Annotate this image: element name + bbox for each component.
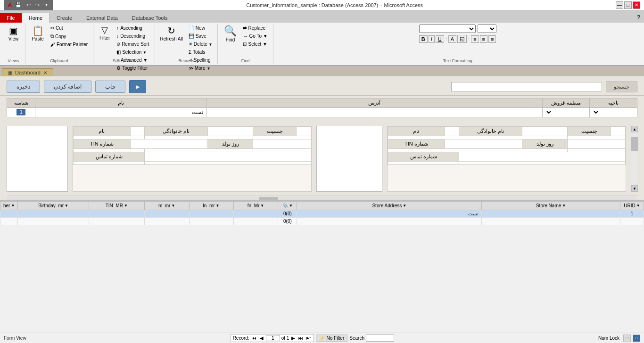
search-button[interactable]: جستجو xyxy=(606,82,637,92)
phone-input-right[interactable] xyxy=(388,162,459,165)
format-painter-button[interactable]: 🖌 Format Painter xyxy=(48,41,90,48)
search-input[interactable] xyxy=(451,82,602,91)
h-scroll-thumb[interactable] xyxy=(259,197,278,200)
help-icon[interactable]: ? xyxy=(633,12,644,23)
underline-button[interactable]: U xyxy=(436,35,444,43)
category-select[interactable] xyxy=(593,109,634,115)
birthday-dropdown-icon[interactable]: ▼ xyxy=(65,204,68,208)
dashboard-tab[interactable]: ▦ Dashboard ✕ xyxy=(2,68,53,76)
v-scroll-down[interactable]: ▼ xyxy=(631,185,638,192)
gender-value-left[interactable] xyxy=(297,127,311,136)
extra-right[interactable] xyxy=(568,149,626,152)
tab-home[interactable]: Home xyxy=(22,13,50,24)
birthday-input-right[interactable] xyxy=(459,149,568,152)
name-input-left[interactable] xyxy=(74,136,145,139)
save-quick[interactable]: 💾 xyxy=(14,1,23,8)
cut-button[interactable]: ✂ Cut xyxy=(48,24,90,32)
goto-button[interactable]: → Go To ▼ xyxy=(240,33,270,40)
tin-value-right[interactable] xyxy=(445,139,522,149)
store-addr-dropdown-icon[interactable]: ▼ xyxy=(403,204,406,208)
find-button[interactable]: 🔍 Find xyxy=(221,24,239,44)
tin-input-left[interactable] xyxy=(74,149,145,152)
tin-value-left[interactable] xyxy=(130,139,208,149)
family-input-right[interactable] xyxy=(459,136,568,139)
col-urid[interactable]: URID ▼ xyxy=(620,202,644,210)
replace-button[interactable]: ⇄ Replace xyxy=(240,24,270,32)
view-button[interactable]: ▣ View xyxy=(5,24,22,43)
delete-action-button[interactable]: ذخیره xyxy=(7,81,40,93)
tin-dropdown-icon[interactable]: ▼ xyxy=(124,204,128,208)
font-color-button[interactable]: A xyxy=(448,35,456,43)
ber-dropdown-icon[interactable]: ▼ xyxy=(11,204,15,208)
tab-create[interactable]: Create xyxy=(50,13,79,23)
col-mmr[interactable]: m_mr ▼ xyxy=(144,202,189,210)
more-button[interactable]: ≫ More ▼ xyxy=(186,65,215,72)
tab-external[interactable]: External Data xyxy=(79,13,125,23)
col-fnmr[interactable]: fn_Mr ▼ xyxy=(233,202,278,210)
birthday-value-right[interactable] xyxy=(568,139,626,149)
data-row-2[interactable]: 0(0) xyxy=(0,218,644,225)
print-action-button[interactable]: چاپ xyxy=(95,81,125,93)
arrow-action-button[interactable]: ► xyxy=(129,80,146,93)
select-button[interactable]: ⊡ Select ▼ xyxy=(240,41,270,48)
v-scroll-thumb[interactable] xyxy=(631,137,638,151)
family-value-left[interactable] xyxy=(208,127,253,136)
tab-file[interactable]: File xyxy=(0,13,22,23)
birthday-input-left[interactable] xyxy=(145,149,253,152)
phone-extra-left[interactable] xyxy=(145,162,311,165)
redo-quick[interactable]: ↪ xyxy=(34,1,41,8)
attach-dropdown-icon[interactable]: ▼ xyxy=(289,204,293,208)
highlight-button[interactable]: ◱ xyxy=(457,35,467,43)
family-input-left[interactable] xyxy=(145,136,253,139)
add-action-button[interactable]: اضافه کردن xyxy=(44,81,91,93)
filter-button[interactable]: ▽ Filter xyxy=(96,24,113,42)
col-lnmr[interactable]: ln_mr ▼ xyxy=(189,202,233,210)
new-record-button[interactable]: 📄 New xyxy=(186,24,215,32)
data-row-1[interactable]: 0(0) تست 1 xyxy=(0,210,644,218)
minimize-button[interactable]: — xyxy=(616,1,623,9)
save-record-button[interactable]: 💾 Save xyxy=(186,33,215,40)
dashboard-close-icon[interactable]: ✕ xyxy=(43,70,47,75)
name-input-right[interactable] xyxy=(388,136,459,139)
align-center[interactable]: ≡ xyxy=(480,35,487,43)
refresh-all-button[interactable]: ↻ Refresh All xyxy=(158,24,185,43)
v-scroll-up[interactable]: ▲ xyxy=(631,126,638,132)
phone-value-left[interactable] xyxy=(145,152,311,162)
birthday-value-left[interactable] xyxy=(253,139,311,149)
gender-input-left[interactable] xyxy=(253,136,311,139)
close-button[interactable]: ✕ xyxy=(633,1,640,9)
font-family-select[interactable] xyxy=(419,24,476,33)
col-tin[interactable]: TIN_MR ▼ xyxy=(89,202,144,210)
extra-left[interactable] xyxy=(253,149,311,152)
bold-button[interactable]: B xyxy=(419,35,428,43)
copy-button[interactable]: ⧉ Copy xyxy=(48,33,90,40)
undo-quick[interactable]: ↩ xyxy=(25,1,32,8)
name-value-left[interactable] xyxy=(130,127,145,136)
totals-button[interactable]: Σ Totals xyxy=(186,49,215,56)
urid-dropdown-icon[interactable]: ▼ xyxy=(636,204,640,208)
name-value-right[interactable] xyxy=(445,127,459,136)
region-select[interactable] xyxy=(545,109,586,115)
gender-value-right[interactable] xyxy=(611,127,626,136)
tin-input-right[interactable] xyxy=(388,149,459,152)
maximize-button[interactable]: □ xyxy=(624,1,632,9)
font-size-select[interactable] xyxy=(478,24,496,33)
col-ber[interactable]: ber ▼ xyxy=(0,202,18,210)
phone-input-left[interactable] xyxy=(74,162,145,165)
cell-name[interactable]: تست xyxy=(35,108,206,117)
descending-button[interactable]: ↓ Descending xyxy=(114,33,151,40)
lnmr-dropdown-icon[interactable]: ▼ xyxy=(216,204,220,208)
col-birthday[interactable]: Birthday_mr ▼ xyxy=(18,202,89,210)
col-store-name[interactable]: Store Name ▼ xyxy=(482,202,620,210)
ascending-button[interactable]: ↑ Ascending xyxy=(114,24,151,32)
align-right[interactable]: ≡ xyxy=(488,35,496,43)
selection-button[interactable]: ◧ Selection ▼ xyxy=(114,49,151,56)
delete-button[interactable]: ✕ Delete ▼ xyxy=(186,41,215,48)
italic-button[interactable]: I xyxy=(429,35,435,43)
align-left[interactable]: ≡ xyxy=(471,35,479,43)
tab-database[interactable]: Database Tools xyxy=(125,13,175,23)
mmr-dropdown-icon[interactable]: ▼ xyxy=(171,204,175,208)
col-attachment[interactable]: 📎 ▼ xyxy=(278,202,297,210)
gender-input-right[interactable] xyxy=(568,136,626,139)
phone-extra-right[interactable] xyxy=(459,162,626,165)
